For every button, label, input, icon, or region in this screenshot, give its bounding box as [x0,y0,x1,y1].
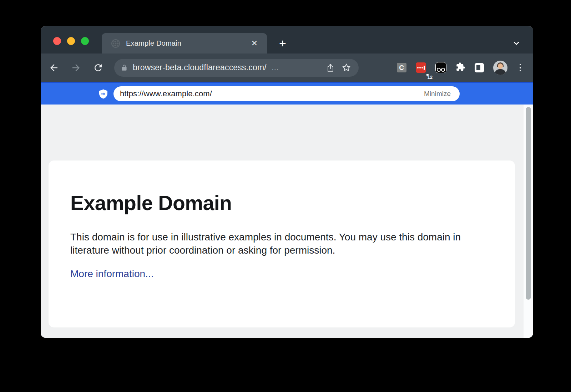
page-paragraph: This domain is for use in illustrative e… [70,230,482,257]
isolation-bar: https://www.example.com/ Minimize [41,82,533,105]
extension-badge: 12 [426,74,429,76]
isolated-url-bar[interactable]: https://www.example.com/ Minimize [113,86,460,101]
back-button[interactable] [46,60,61,75]
browser-window: Example Domain ✕ + browser-beta.cloudfla… [41,26,533,338]
extensions-puzzle-icon[interactable] [456,62,465,73]
browser-tab[interactable]: Example Domain ✕ [102,33,267,54]
address-url-ellipsis: ... [272,63,279,72]
zoom-window-button[interactable] [81,37,89,45]
page-title: Example Domain [70,191,494,215]
c-extension-icon[interactable]: C [397,63,406,72]
share-icon[interactable] [325,62,336,73]
isolated-url: https://www.example.com/ [120,89,212,98]
chevron-down-icon[interactable] [510,36,523,50]
minimize-window-button[interactable] [67,37,75,45]
window-controls [53,37,89,45]
browser-menu-kebab-icon[interactable] [517,62,524,74]
tab-close-icon[interactable]: ✕ [249,38,260,49]
example-domain-card: Example Domain This domain is for use in… [49,161,515,327]
page-viewport: Example Domain This domain is for use in… [41,105,533,338]
extension-row: C 12 [397,61,528,75]
side-panel-icon[interactable] [475,63,484,72]
forward-button[interactable] [69,60,84,75]
lock-icon [121,64,128,71]
profile-avatar[interactable] [493,61,507,75]
scrollbar-thumb[interactable] [526,107,531,300]
password-manager-extension-icon[interactable]: 12 [416,62,426,73]
browser-toolbar: browser-beta.cloudflareaccess.com/... C … [41,54,533,82]
address-url: browser-beta.cloudflareaccess.com/ [133,63,267,72]
more-information-link[interactable]: More information... [70,268,153,280]
tab-title: Example Domain [126,39,249,47]
shield-arrow-icon [99,89,108,99]
minimize-bar-button[interactable]: Minimize [424,90,451,98]
bookmark-star-icon[interactable] [341,62,352,73]
close-window-button[interactable] [53,37,61,45]
tab-strip: Example Domain ✕ + [41,26,533,54]
two-circles-extension-icon[interactable] [435,62,446,73]
globe-favicon-icon [111,39,120,48]
new-tab-button[interactable]: + [276,36,289,50]
address-bar[interactable]: browser-beta.cloudflareaccess.com/... [114,59,359,77]
reload-button[interactable] [91,60,106,75]
